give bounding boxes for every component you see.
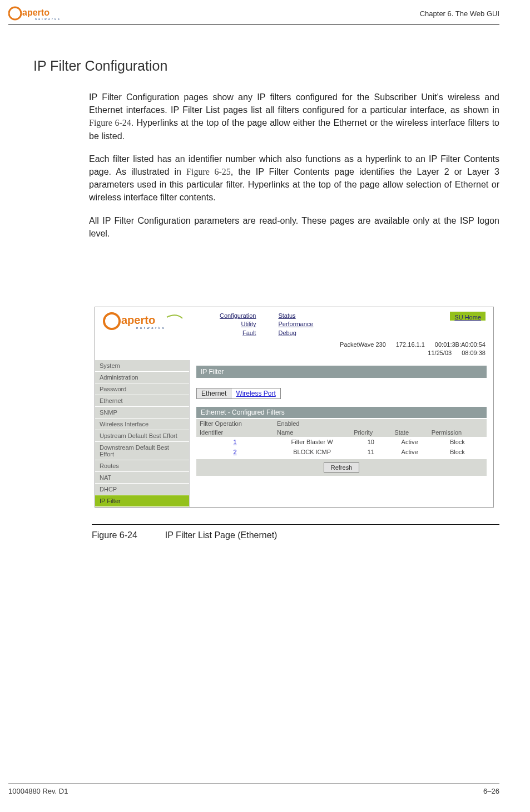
page-number: 6–26: [483, 787, 499, 795]
paragraph-2: Each filter listed has an identifier num…: [89, 152, 499, 204]
sidebar-item-dhcp[interactable]: DHCP: [95, 484, 189, 495]
screenshot-aperto-logo: aperto n e t w o r k s: [103, 312, 186, 332]
nav-debug[interactable]: Debug: [278, 329, 296, 336]
page-footer: 10004880 Rev. D1 6–26: [8, 784, 499, 795]
nav-performance[interactable]: Performance: [278, 321, 313, 327]
filter-state: Active: [391, 447, 428, 457]
col-identifier: Identifier: [196, 428, 274, 437]
sidebar: System Administration Password Ethernet …: [95, 360, 190, 507]
sidebar-item-ethernet[interactable]: Ethernet: [95, 395, 189, 407]
screenshot-ip-filter-list: aperto n e t w o r k s Configuration Uti…: [95, 307, 494, 508]
tab-ethernet[interactable]: Ethernet: [197, 388, 231, 398]
sidebar-item-password[interactable]: Password: [95, 383, 189, 395]
aperto-logo: aperto n e t w o r k s: [8, 6, 64, 21]
sub-banner: Ethernet - Configured Filters: [196, 407, 487, 418]
interface-tabs: Ethernet Wireless Port: [196, 388, 281, 399]
nav-configuration[interactable]: Configuration: [220, 312, 256, 319]
filter-priority: 10: [350, 437, 391, 447]
svg-text:n e t w o r k s: n e t w o r k s: [136, 326, 165, 329]
refresh-button[interactable]: Refresh: [324, 462, 360, 473]
filter-table: Filter Operation Enabled Identifier Name…: [196, 419, 487, 457]
nav-su-home[interactable]: SU Home: [450, 312, 486, 321]
svg-text:aperto: aperto: [121, 314, 155, 326]
figure-ref-6-25: Figure 6-25: [186, 167, 231, 176]
page-banner: IP Filter: [196, 366, 487, 378]
filter-id-link[interactable]: 2: [233, 449, 236, 455]
filter-state: Active: [391, 437, 428, 447]
sidebar-item-upstream-default[interactable]: Upstream Default Best Effort: [95, 430, 189, 442]
svg-text:n e t w o r k s: n e t w o r k s: [35, 17, 60, 21]
chapter-label: Chapter 6. The Web GUI: [420, 9, 499, 18]
svg-point-3: [104, 313, 120, 329]
paragraph-3: All IP Filter Configuration parameters a…: [89, 214, 499, 240]
col-state: State: [391, 428, 428, 437]
filter-operation-value: Enabled: [274, 419, 487, 428]
sidebar-item-routes[interactable]: Routes: [95, 460, 189, 472]
sidebar-item-nat[interactable]: NAT: [95, 472, 189, 484]
sidebar-item-administration[interactable]: Administration: [95, 372, 189, 383]
nav-status[interactable]: Status: [278, 312, 295, 319]
nav-fault[interactable]: Fault: [242, 329, 256, 336]
sidebar-item-ip-filter[interactable]: IP Filter: [95, 495, 189, 507]
figure-title: IP Filter List Page (Ethernet): [165, 530, 278, 540]
doc-revision: 10004880 Rev. D1: [8, 787, 68, 795]
sidebar-item-downstream-default[interactable]: Downstream Default Best Effort: [95, 442, 189, 460]
filter-id-link[interactable]: 1: [233, 439, 236, 445]
sidebar-item-snmp[interactable]: SNMP: [95, 407, 189, 419]
sidebar-item-system[interactable]: System: [95, 360, 189, 372]
device-info: PacketWave 230 172.16.1.1 00:01:3B:A0:00…: [95, 339, 493, 360]
figure-caption: Figure 6-24 IP Filter List Page (Etherne…: [92, 524, 499, 540]
sidebar-item-wireless-interface[interactable]: Wireless Interface: [95, 419, 189, 430]
table-row: 2 BLOCK ICMP 11 Active Block: [196, 447, 487, 457]
col-permission: Permission: [428, 428, 487, 437]
filter-name: BLOCK ICMP: [274, 447, 350, 457]
filter-permission: Block: [428, 437, 487, 447]
filter-operation-label: Filter Operation: [196, 419, 274, 428]
figure-number: Figure 6-24: [92, 530, 137, 540]
table-row: 1 Filter Blaster W 10 Active Block: [196, 437, 487, 447]
topnav-col-2: Status Performance Debug: [278, 312, 313, 337]
col-name: Name: [274, 428, 350, 437]
paragraph-1: IP Filter Configuration pages show any I…: [89, 91, 499, 142]
filter-priority: 11: [350, 447, 391, 457]
svg-text:aperto: aperto: [22, 8, 49, 17]
topnav-col-1: Configuration Utility Fault: [220, 312, 256, 337]
svg-point-0: [9, 7, 21, 19]
col-priority: Priority: [350, 428, 391, 437]
section-title: IP Filter Configuration: [33, 58, 499, 74]
tab-wireless-port[interactable]: Wireless Port: [231, 388, 280, 398]
nav-utility[interactable]: Utility: [241, 321, 256, 327]
figure-ref-6-24: Figure 6-24: [89, 118, 131, 127]
filter-name: Filter Blaster W: [274, 437, 350, 447]
filter-permission: Block: [428, 447, 487, 457]
